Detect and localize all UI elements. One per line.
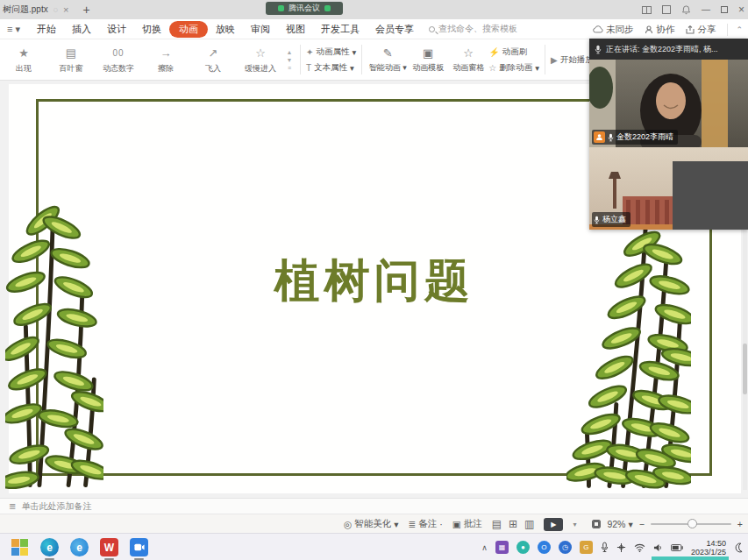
- close-button[interactable]: ×: [738, 4, 744, 15]
- tray-expand-icon[interactable]: ∧: [481, 543, 488, 552]
- text-props-button[interactable]: T 文本属性 ▾: [306, 62, 356, 74]
- avatar-icon: [594, 131, 605, 143]
- comments-button[interactable]: ▣ 批注: [452, 518, 482, 530]
- tab-sync-icon: ◌: [53, 5, 58, 14]
- anim-painter-icon: ⚡: [488, 47, 499, 57]
- zoom-slider[interactable]: [651, 523, 731, 525]
- tray-app-gold-icon[interactable]: G: [580, 541, 593, 554]
- gallery-item-slow-enter[interactable]: ☆ 缓慢进入: [237, 46, 284, 74]
- gallery-item-numbers[interactable]: 00 动态数字: [95, 46, 142, 74]
- zoom-slider-knob[interactable]: [687, 519, 697, 528]
- slideshow-play-caret[interactable]: ▾: [573, 521, 576, 528]
- tray-app-purple-icon[interactable]: ▦: [495, 541, 509, 554]
- tab-close-icon[interactable]: ×: [63, 4, 68, 15]
- normal-view-icon[interactable]: ▤: [492, 518, 502, 530]
- edge-browser-icon[interactable]: e: [40, 538, 59, 556]
- tray-app-teal-icon[interactable]: ●: [516, 541, 530, 554]
- smart-beautify-icon: ◎: [344, 519, 352, 529]
- menu-tab-transitions[interactable]: 切换: [134, 21, 169, 38]
- gallery-item-blinds[interactable]: ▤ 百叶窗: [47, 46, 95, 74]
- delete-anim-button[interactable]: ☆ 删除动画 ▾: [488, 62, 539, 74]
- notes-bar[interactable]: ≣ 单击此处添加备注: [0, 498, 748, 514]
- smart-beautify-button[interactable]: ◎ 智能美化 ▾: [344, 518, 398, 530]
- clock-time: 14:50: [706, 539, 726, 548]
- zoom-in-button[interactable]: +: [737, 519, 743, 529]
- anim-template-button[interactable]: ▣ 动画模板: [408, 46, 448, 74]
- command-search[interactable]: 查找命令、搜索模板: [429, 23, 517, 35]
- split-view-icon[interactable]: [642, 6, 652, 14]
- wifi-icon[interactable]: [634, 543, 645, 552]
- gallery-item-wipe[interactable]: → 擦除: [142, 46, 189, 74]
- reading-view-icon[interactable]: ▥: [524, 518, 534, 530]
- slideshow-play-button[interactable]: ▶: [544, 518, 563, 531]
- menu-tab-slideshow[interactable]: 放映: [208, 21, 243, 38]
- speaking-banner: 正在讲话: 金数2202李雨晴, 杨...: [589, 39, 748, 60]
- video-tile-participant-1[interactable]: 金数2202李雨晴: [589, 60, 748, 147]
- menu-tab-animation-active[interactable]: 动画: [169, 21, 208, 38]
- scrollbar-thumb[interactable]: [743, 344, 747, 394]
- search-placeholder: 查找命令、搜索模板: [438, 23, 517, 35]
- menu-tab-insert[interactable]: 插入: [64, 21, 99, 38]
- start-button[interactable]: [11, 538, 29, 556]
- gallery-label: 飞入: [189, 63, 237, 74]
- document-tab[interactable]: 树问题.pptx ◌ ×: [0, 0, 74, 19]
- tray-mic-icon[interactable]: [601, 542, 609, 553]
- anim-pane-button[interactable]: ☆ 动画窗格: [448, 46, 488, 74]
- mic-icon: [608, 133, 614, 142]
- anim-pane-icon: ☆: [448, 46, 488, 62]
- participant-2-name: 杨立鑫: [602, 214, 626, 225]
- notes-toggle-icon: ≣: [408, 519, 416, 529]
- blinds-icon: ▤: [47, 46, 95, 61]
- play-circle-icon: ▶: [551, 55, 558, 65]
- menu-tab-design[interactable]: 设计: [99, 21, 134, 38]
- sync-status-button[interactable]: 未同步: [593, 24, 634, 36]
- menu-tab-home[interactable]: 开始: [29, 21, 64, 38]
- play-animation-button[interactable]: ▶ 开始播放: [551, 54, 594, 66]
- smart-anim-button[interactable]: ✎ 智能动画 ▾: [367, 46, 408, 74]
- apps-grid-icon[interactable]: [662, 5, 671, 14]
- menu-tab-review[interactable]: 审阅: [243, 21, 278, 38]
- gallery-label: 百叶窗: [47, 63, 95, 74]
- minimize-button[interactable]: —: [702, 5, 710, 14]
- zoom-level-button[interactable]: 92% ▾: [607, 519, 632, 529]
- gallery-scroll-buttons[interactable]: ▲▼≡: [284, 49, 295, 71]
- text-props-icon: T: [306, 63, 311, 73]
- tencent-meeting-icon[interactable]: [130, 538, 148, 556]
- menu-tab-view[interactable]: 视图: [278, 21, 313, 38]
- windows-logo-icon: [11, 539, 28, 556]
- video-tile-participant-2[interactable]: 杨立鑫: [589, 147, 748, 230]
- browser-e-icon[interactable]: e: [70, 538, 89, 556]
- tencent-meeting-panel[interactable]: 正在讲话: 金数2202李雨晴, 杨...: [589, 39, 748, 230]
- tray-app-blue-icon[interactable]: O: [538, 541, 551, 554]
- taskbar-clock[interactable]: 14:50 2023/1/25: [691, 539, 726, 556]
- share-button[interactable]: 分享: [686, 24, 716, 36]
- collapse-ribbon-button[interactable]: ⌃: [727, 24, 743, 36]
- notification-moon-icon[interactable]: [734, 542, 743, 553]
- anim-props-button[interactable]: ✦ 动画属性 ▾: [306, 46, 356, 58]
- slide-sorter-icon[interactable]: ⊞: [509, 518, 517, 530]
- collaborate-button[interactable]: 协作: [645, 24, 674, 36]
- gallery-item-appear[interactable]: ★ 出现: [0, 46, 47, 74]
- tray-pen-icon[interactable]: [616, 542, 626, 553]
- menu-tab-member[interactable]: 会员专享: [367, 21, 422, 38]
- new-tab-button[interactable]: +: [82, 0, 89, 19]
- speaker-icon[interactable]: [653, 543, 663, 552]
- tray-clock-app-icon[interactable]: ◷: [559, 541, 572, 554]
- gallery-item-fly-in[interactable]: ↗ 飞入: [189, 46, 237, 74]
- wps-office-icon[interactable]: W: [100, 538, 118, 556]
- fit-slide-icon[interactable]: [592, 520, 601, 528]
- notes-toggle-button[interactable]: ≣ 备注 ·: [408, 518, 442, 530]
- anim-painter-button[interactable]: ⚡ 动画刷: [488, 46, 539, 58]
- clock-date: 2023/1/25: [691, 548, 726, 556]
- menu-tab-devtools[interactable]: 开发工具: [313, 21, 367, 38]
- main-menu-icon[interactable]: ≡ ▾: [7, 24, 20, 35]
- gallery-label: 缓慢进入: [237, 63, 284, 74]
- slow-enter-icon: ☆: [237, 46, 284, 61]
- zoom-out-button[interactable]: −: [639, 519, 645, 529]
- maximize-button[interactable]: [721, 6, 728, 13]
- menubar: ≡ ▾ 开始 插入 设计 切换 动画 放映 审阅 视图 开发工具 会员专享 查找…: [0, 19, 748, 39]
- battery-icon[interactable]: [671, 544, 683, 551]
- gallery-label: 出现: [0, 63, 47, 74]
- bell-icon[interactable]: [681, 5, 691, 15]
- meeting-banner-pill[interactable]: 腾讯会议: [266, 2, 343, 15]
